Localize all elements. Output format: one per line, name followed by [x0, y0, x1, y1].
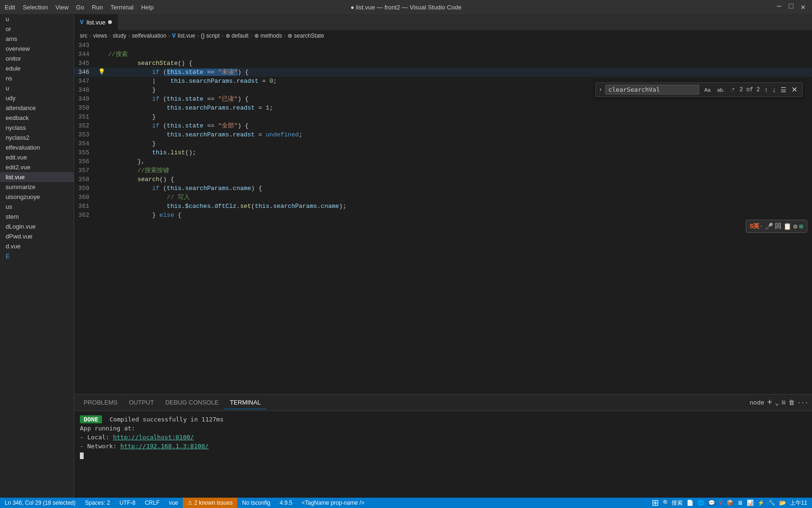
sidebar-item-dvue[interactable]: d.vue	[0, 241, 74, 251]
taskbar-app5[interactable]: 📦	[726, 500, 734, 506]
translation-mic-icon[interactable]: 🎤	[765, 222, 773, 230]
breadcrumb-study[interactable]: study	[113, 32, 126, 39]
menu-view[interactable]: View	[55, 4, 69, 11]
windows-start-icon[interactable]: ⊞	[652, 498, 659, 508]
terminal-trash-icon[interactable]: 🗑	[789, 399, 795, 406]
terminal-more-icon[interactable]: ···	[797, 399, 808, 406]
search-taskbar[interactable]: 🔍 搜索	[663, 499, 682, 507]
status-spaces[interactable]: Spaces: 2	[80, 498, 115, 508]
taskbar-app10[interactable]: 📂	[779, 500, 786, 506]
taskbar-app6[interactable]: 🖥	[737, 500, 743, 506]
status-eol[interactable]: CRLF	[140, 498, 164, 508]
panel-tab-problems[interactable]: PROBLEMS	[78, 396, 123, 409]
code-line-345: 345 searchState() {	[74, 59, 812, 68]
menu-terminal[interactable]: Terminal	[110, 4, 133, 11]
window-maximize-button[interactable]: □	[787, 2, 796, 12]
tab-list-vue[interactable]: V list.vue	[74, 14, 118, 30]
sidebar-item-ams[interactable]: ams	[0, 34, 74, 44]
sidebar-item-or[interactable]: or	[0, 24, 74, 34]
window-minimize-button[interactable]: ─	[775, 2, 783, 12]
sidebar-item-dpwdvue[interactable]: dPwd.vue	[0, 231, 74, 241]
find-list-button[interactable]: ☰	[781, 86, 787, 94]
terminal-content[interactable]: DONE Compiled successfully in 1127ms App…	[74, 411, 812, 498]
breadcrumb-sep5: ›	[197, 32, 199, 39]
breadcrumb-src[interactable]: src	[80, 32, 87, 39]
find-expand-icon[interactable]: ›	[599, 87, 602, 93]
status-tagname[interactable]: <TagName prop-name />	[297, 498, 369, 508]
terminal-add-button[interactable]: +	[767, 398, 773, 407]
taskbar-file-icon[interactable]: 📄	[687, 500, 694, 506]
sidebar-item-listvue[interactable]: list.vue	[0, 172, 74, 182]
find-count: 2 of 2	[740, 87, 760, 93]
sidebar-item-overview[interactable]: overview	[0, 44, 74, 54]
sidebar-item-nyclass2[interactable]: nyclass2	[0, 133, 74, 143]
find-next-button[interactable]: ↓	[771, 85, 778, 95]
breadcrumb-default[interactable]: ⊕ default	[226, 32, 249, 39]
panel-tab-debug[interactable]: DEBUG CONSOLE	[160, 396, 224, 409]
breadcrumb-selfevaluation[interactable]: selfevaluation	[132, 32, 166, 39]
taskbar-app9[interactable]: 🔧	[768, 500, 775, 506]
translation-settings-icon[interactable]: ⚙	[793, 222, 797, 230]
status-position[interactable]: Ln 346, Col 29 (18 selected)	[0, 498, 80, 508]
menu-go[interactable]: Go	[76, 4, 84, 11]
status-encoding[interactable]: UTF-8	[115, 498, 140, 508]
menu-run[interactable]: Run	[92, 4, 103, 11]
menu-selection[interactable]: Selection	[23, 4, 47, 11]
sidebar-item-editvue[interactable]: edit.vue	[0, 152, 74, 162]
sidebar-item-dloginvue[interactable]: dLogin.vue	[0, 222, 74, 231]
sidebar-item-udy[interactable]: udy	[0, 93, 74, 103]
sidebar-item-summarize[interactable]: summarize	[0, 182, 74, 192]
sidebar-item-edule[interactable]: edule	[0, 64, 74, 73]
find-input[interactable]	[605, 85, 699, 95]
menu-edit[interactable]: Edit	[5, 4, 15, 11]
code-line-343: 343	[74, 41, 812, 50]
find-prev-button[interactable]: ↑	[763, 85, 770, 95]
status-language[interactable]: vue	[164, 498, 182, 508]
sidebar-item-u[interactable]: u	[0, 14, 74, 24]
local-url[interactable]: http://localhost:8100/	[113, 434, 194, 441]
breadcrumb-script[interactable]: {} script	[201, 32, 219, 39]
taskbar-app8[interactable]: ⚡	[757, 500, 765, 506]
window-close-button[interactable]: ✕	[799, 2, 807, 12]
translation-brand[interactable]: S英·	[750, 222, 764, 230]
taskbar-brand-icon[interactable]: V	[719, 500, 723, 506]
sidebar-item-edit2vue[interactable]: edit2.vue	[0, 162, 74, 172]
status-known-issues[interactable]: ⚠ 2 known issues	[183, 498, 237, 508]
panel-tab-terminal[interactable]: TERMINAL	[224, 396, 266, 409]
panel-tab-output[interactable]: OUTPUT	[123, 396, 159, 409]
breadcrumb-searchstate[interactable]: ⊕ searchState	[288, 32, 324, 39]
breadcrumb-methods[interactable]: ⊕ methods	[254, 32, 282, 39]
sidebar-item-stem[interactable]: stem	[0, 212, 74, 222]
find-regex-button[interactable]: .*	[728, 86, 736, 94]
sidebar-item-onitor[interactable]: onitor	[0, 54, 74, 64]
network-url[interactable]: http://192.168.1.3:8100/	[120, 443, 209, 450]
breadcrumb-views[interactable]: views	[93, 32, 107, 39]
panel-area: PROBLEMS OUTPUT DEBUG CONSOLE TERMINAL n…	[74, 394, 812, 498]
translation-clipboard-icon[interactable]: 📋	[783, 222, 791, 230]
sidebar-item-elfevaluation[interactable]: elfevaluation	[0, 143, 74, 152]
sidebar-item-eedback[interactable]: eedback	[0, 113, 74, 123]
lightbulb-icon[interactable]: 💡	[98, 68, 105, 77]
taskbar-app7[interactable]: 📊	[747, 500, 754, 506]
breadcrumb-listvue[interactable]: list.vue	[178, 32, 195, 39]
find-close-button[interactable]: ✕	[789, 85, 799, 94]
translation-grid-icon[interactable]: ⊞	[799, 222, 803, 230]
find-match-case-button[interactable]: Aa	[702, 86, 713, 94]
sidebar-item-u2[interactable]: u	[0, 83, 74, 93]
status-tsconfig[interactable]: No tsconfig	[237, 498, 275, 508]
terminal-dropdown-icon[interactable]: ⌄	[775, 399, 779, 407]
taskbar-chat-icon[interactable]: 💬	[708, 500, 715, 506]
find-whole-word-button[interactable]: ab.	[715, 86, 726, 94]
sidebar-item-nyclass[interactable]: nyclass	[0, 123, 74, 133]
menu-help[interactable]: Help	[141, 4, 154, 11]
terminal-split-icon[interactable]: ⊡	[782, 399, 786, 406]
sidebar-item-us[interactable]: us	[0, 202, 74, 212]
translation-translate-icon[interactable]: 回	[775, 222, 781, 230]
status-version[interactable]: 4.9.5	[275, 498, 297, 508]
line-gutter-357	[97, 166, 106, 175]
sidebar-item-ns[interactable]: ns	[0, 73, 74, 83]
taskbar-chrome-icon[interactable]: 🌐	[697, 500, 704, 506]
sidebar-item-attendance[interactable]: attendance	[0, 103, 74, 113]
sidebar-item-e[interactable]: E	[0, 251, 74, 261]
sidebar-item-uisongzuoye[interactable]: uisongzuoye	[0, 192, 74, 202]
